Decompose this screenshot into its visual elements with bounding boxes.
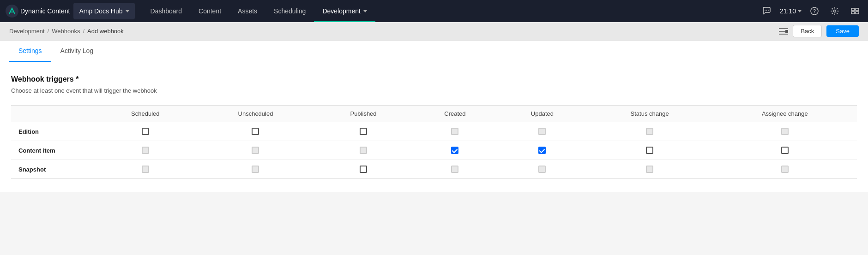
cell-edition-assignee-change xyxy=(713,122,857,141)
breadcrumb-sep-2: / xyxy=(83,28,84,35)
checkbox-content-item-assignee-change[interactable] xyxy=(781,147,789,154)
cell-edition-scheduled xyxy=(94,122,197,141)
nav-items: Dashboard Content Assets Scheduling Deve… xyxy=(142,0,760,22)
table-header-row: Scheduled Unscheduled Published Created … xyxy=(11,106,857,122)
cell-edition-status-change xyxy=(587,122,713,141)
svg-point-2 xyxy=(766,10,767,11)
svg-rect-9 xyxy=(851,12,855,14)
time-dropdown-icon xyxy=(798,10,802,12)
checkbox-content-item-published xyxy=(360,147,367,154)
cell-content-item-scheduled xyxy=(94,141,197,160)
checkbox-snapshot-unscheduled xyxy=(252,166,259,173)
col-header-published: Published xyxy=(314,106,412,122)
breadcrumb-sep-1: / xyxy=(48,28,49,35)
checkbox-snapshot-updated xyxy=(538,166,546,173)
checkbox-edition-scheduled[interactable] xyxy=(142,128,149,135)
nav-item-dashboard[interactable]: Dashboard xyxy=(142,0,191,22)
checkbox-content-item-unscheduled xyxy=(252,147,259,154)
table-row-edition: Edition xyxy=(11,122,857,141)
nav-time: 21:10 xyxy=(780,7,802,15)
svg-rect-8 xyxy=(856,8,859,11)
svg-point-1 xyxy=(765,10,766,11)
list-view-icon[interactable] xyxy=(779,28,788,35)
nav-right: 21:10 ? xyxy=(760,4,862,18)
checkbox-edition-assignee-change xyxy=(781,128,789,135)
checkbox-edition-published[interactable] xyxy=(360,128,367,135)
col-header-created: Created xyxy=(412,106,498,122)
row-label-content-item: Content item xyxy=(11,141,94,160)
cell-content-item-published xyxy=(314,141,412,160)
breadcrumb-bar: Development / Webhooks / Add webhook Bac… xyxy=(0,22,868,41)
nav-item-assets[interactable]: Assets xyxy=(229,0,265,22)
webhook-triggers-table: Scheduled Unscheduled Published Created … xyxy=(11,105,857,179)
checkbox-edition-status-change xyxy=(646,128,653,135)
table-row-snapshot: Snapshot xyxy=(11,160,857,179)
checkbox-content-item-scheduled xyxy=(142,147,149,154)
checkbox-edition-unscheduled[interactable] xyxy=(252,128,259,135)
tab-settings[interactable]: Settings xyxy=(9,41,51,62)
cell-snapshot-unscheduled xyxy=(197,160,315,179)
col-header-updated: Updated xyxy=(498,106,586,122)
table-row-content-item: Content item xyxy=(11,141,857,160)
cell-edition-updated xyxy=(498,122,586,141)
back-button[interactable]: Back xyxy=(793,25,822,37)
main-content: Webhook triggers * Choose at least one e… xyxy=(0,62,868,192)
checkbox-snapshot-published[interactable] xyxy=(360,166,367,173)
nav-item-content[interactable]: Content xyxy=(190,0,229,22)
chat-icon[interactable] xyxy=(760,4,774,18)
section-subtitle: Choose at least one event that will trig… xyxy=(11,87,857,94)
notifications-icon[interactable] xyxy=(848,4,862,18)
col-header-assignee-change: Assignee change xyxy=(713,106,857,122)
nav-item-development[interactable]: Development xyxy=(314,0,375,22)
top-nav: Dynamic Content Amp Docs Hub Dashboard C… xyxy=(0,0,868,22)
cell-edition-unscheduled xyxy=(197,122,315,141)
cell-content-item-assignee-change xyxy=(713,141,857,160)
checkbox-snapshot-scheduled xyxy=(142,166,149,173)
tab-activity-log[interactable]: Activity Log xyxy=(51,41,103,62)
col-header-scheduled: Scheduled xyxy=(94,106,197,122)
svg-text:?: ? xyxy=(813,8,816,14)
hub-selector[interactable]: Amp Docs Hub xyxy=(73,3,134,19)
cell-edition-created xyxy=(412,122,498,141)
development-dropdown-icon xyxy=(363,10,367,12)
breadcrumb-development[interactable]: Development xyxy=(9,28,45,35)
save-button[interactable]: Save xyxy=(826,25,859,37)
checkbox-content-item-updated[interactable] xyxy=(538,147,546,154)
breadcrumb-actions: Back Save xyxy=(779,25,859,37)
checkbox-content-item-created[interactable] xyxy=(451,147,458,154)
cell-snapshot-scheduled xyxy=(94,160,197,179)
breadcrumb-webhooks[interactable]: Webhooks xyxy=(52,28,80,35)
nav-item-scheduling[interactable]: Scheduling xyxy=(265,0,314,22)
col-header-status-change: Status change xyxy=(587,106,713,122)
cell-content-item-unscheduled xyxy=(197,141,315,160)
help-icon[interactable]: ? xyxy=(807,4,822,18)
breadcrumb: Development / Webhooks / Add webhook xyxy=(9,28,124,35)
col-header-unscheduled: Unscheduled xyxy=(197,106,315,122)
hub-dropdown-icon xyxy=(126,10,129,12)
cell-snapshot-created xyxy=(412,160,498,179)
section-title: Webhook triggers * xyxy=(11,75,857,83)
tabs-bar: Settings Activity Log xyxy=(0,41,868,62)
cell-content-item-created xyxy=(412,141,498,160)
checkbox-snapshot-created xyxy=(451,166,458,173)
app-logo[interactable] xyxy=(6,5,18,18)
cell-snapshot-assignee-change xyxy=(713,160,857,179)
cell-edition-published xyxy=(314,122,412,141)
settings-icon[interactable] xyxy=(827,4,842,18)
checkbox-snapshot-status-change xyxy=(646,166,653,173)
app-name: Dynamic Content xyxy=(20,7,70,15)
hub-name: Amp Docs Hub xyxy=(79,7,122,15)
checkbox-edition-created xyxy=(451,128,458,135)
svg-point-3 xyxy=(768,10,769,11)
svg-rect-14 xyxy=(785,30,788,33)
cell-snapshot-status-change xyxy=(587,160,713,179)
svg-rect-7 xyxy=(851,8,855,11)
svg-rect-10 xyxy=(856,12,859,14)
row-label-edition: Edition xyxy=(11,122,94,141)
cell-snapshot-updated xyxy=(498,160,586,179)
svg-point-6 xyxy=(834,10,836,12)
row-label-snapshot: Snapshot xyxy=(11,160,94,179)
cell-content-item-status-change xyxy=(587,141,713,160)
cell-content-item-updated xyxy=(498,141,586,160)
checkbox-content-item-status-change[interactable] xyxy=(646,147,653,154)
